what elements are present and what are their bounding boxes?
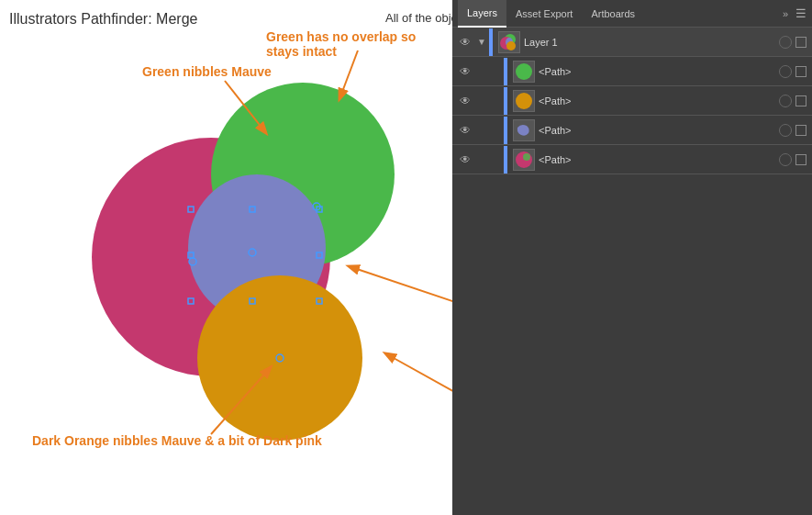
path4-thumbnail [513,149,535,171]
path3-lock[interactable] [795,125,806,136]
path3-actions [779,124,806,137]
svg-point-12 [276,354,284,362]
layer1-actions [779,36,806,49]
svg-rect-10 [188,252,194,258]
svg-point-26 [516,63,532,80]
svg-rect-4 [188,207,194,212]
eye-icon-path4[interactable]: 👁 [456,151,474,169]
path1-name: <Path> [539,66,779,77]
svg-rect-5 [317,207,322,212]
svg-line-21 [211,367,271,434]
path2-thumbnail [513,90,535,112]
path1-actions [779,65,806,78]
svg-point-14 [249,249,256,256]
path1-color-bar [504,58,507,85]
layer1-name: Layer 1 [524,37,779,48]
annotation-green-no-overlap: Green has no overlap so stays intact [266,29,452,59]
path1-visibility-toggle[interactable] [779,65,792,78]
path4-name: <Path> [539,154,779,165]
svg-point-29 [523,153,530,161]
svg-line-18 [225,81,266,133]
path4-lock[interactable] [795,154,806,165]
tab-layers[interactable]: Layers [458,0,506,28]
path1-lock[interactable] [795,66,806,77]
path3-name: <Path> [539,125,779,136]
path3-color-bar [504,117,507,144]
path1-thumbnail [513,61,535,83]
tab-artboards[interactable]: Artboards [582,0,644,28]
layer-color-bar [489,28,493,56]
annotation-green-nibbles-mauve: Green nibbles Mauve [142,64,272,79]
svg-point-2 [188,174,326,321]
right-panel: Layers Asset Export Artboards » ☰ 👁 ▼ [452,0,812,515]
layer1-thumbnail [498,31,520,53]
svg-point-27 [516,93,532,109]
path4-color-bar [504,146,507,174]
canvas-area: Illustrators Pathfinder: Merge All of th… [0,0,452,515]
path3-thumbnail [513,119,535,141]
layer1-lock[interactable] [795,37,806,48]
svg-rect-8 [250,207,255,212]
panel-menu-chevron[interactable]: » [783,8,788,19]
svg-point-1 [211,83,395,266]
eye-icon-layer1[interactable]: 👁 [456,33,474,51]
svg-point-15 [189,258,196,265]
page-title: Illustrators Pathfinder: Merge [9,11,197,28]
path2-visibility-toggle[interactable] [779,95,792,107]
layer1-visibility-toggle[interactable] [779,36,792,49]
panel-tabs: Layers Asset Export Artboards » ☰ [452,0,812,28]
svg-rect-9 [250,298,255,304]
svg-point-28 [516,151,532,168]
path2-color-bar [504,87,507,115]
layers-panel-content: 👁 ▼ Layer 1 👁 [452,28,812,515]
svg-point-3 [197,275,362,441]
expand-arrow-layer1[interactable]: ▼ [474,33,489,51]
svg-point-0 [92,138,330,376]
path3-visibility-toggle[interactable] [779,124,792,137]
path2-actions [779,95,806,107]
circles-illustration [0,64,452,487]
svg-point-13 [313,203,320,210]
path-row-2[interactable]: 👁 <Path> [452,116,812,145]
svg-line-19 [349,266,452,330]
path4-visibility-toggle[interactable] [779,153,792,166]
panel-menu-icons: » ☰ [783,6,806,20]
path4-actions [779,153,806,166]
svg-point-25 [506,41,516,50]
eye-icon-path2[interactable]: 👁 [456,92,474,110]
path-row-3[interactable]: 👁 <Path> [452,145,812,174]
svg-rect-7 [317,298,322,304]
layer-group-row[interactable]: 👁 ▼ Layer 1 [452,28,812,57]
path-row-0[interactable]: 👁 <Path> [452,57,812,86]
svg-rect-11 [317,252,322,258]
annotation-orange-nibbles-mauve: Dark Orange nibbles Mauve & a bit of Dar… [32,433,322,448]
eye-icon-path1[interactable]: 👁 [456,62,474,81]
eye-icon-path3[interactable]: 👁 [456,121,474,140]
path2-lock[interactable] [795,95,806,106]
path2-name: <Path> [539,95,779,106]
svg-rect-6 [188,298,194,304]
svg-line-20 [385,353,452,399]
panel-menu-icon[interactable]: ☰ [795,6,806,20]
path-row-1[interactable]: 👁 <Path> [452,86,812,116]
tab-asset-export[interactable]: Asset Export [506,0,582,28]
